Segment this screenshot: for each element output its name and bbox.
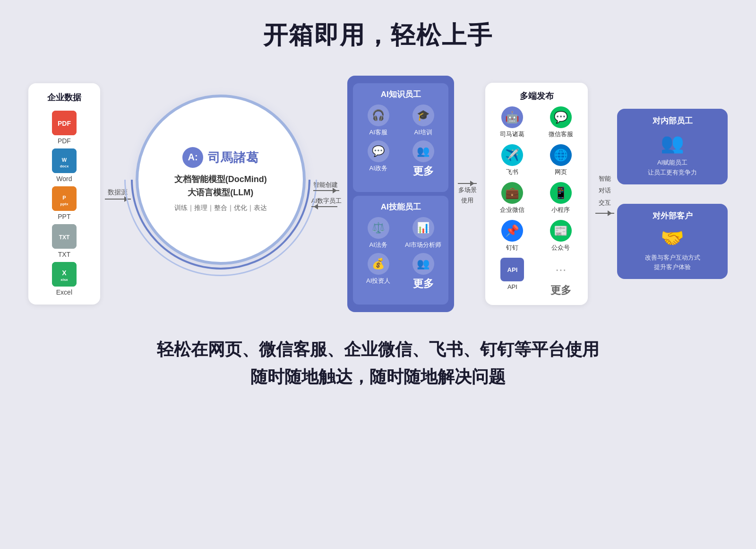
miniapp-label: 小程序 xyxy=(551,206,570,214)
internal-icon: 👥 xyxy=(624,132,721,154)
list-item: X xlsx Excel xyxy=(52,262,77,296)
word-icon: W docx xyxy=(52,148,77,173)
svg-point-13 xyxy=(182,147,203,168)
ai-more2-label: 更多 xyxy=(413,277,434,291)
more-label: 更多 xyxy=(550,283,571,297)
web-icon: 🌐 xyxy=(550,144,572,166)
list-item: P pptx PPT xyxy=(52,186,77,220)
gzh-label: 公众号 xyxy=(551,244,570,252)
svg-text:pptx: pptx xyxy=(60,202,68,206)
list-item: TXT TXT xyxy=(52,224,77,258)
multi-publish-panel: 多端发布 🤖 司马诸葛 💬 微信客服 ✈️ 飞书 🌐 网页 xyxy=(485,83,588,305)
txt-icon: TXT xyxy=(52,224,77,249)
external-customers-panel: 对外部客户 🤝 改善与客户互动方式 提升客户体验 xyxy=(617,204,728,279)
left-arrow xyxy=(311,206,337,207)
publish-item-miniapp: 📱 小程序 xyxy=(540,182,582,214)
excel-icon-svg: X xlsx xyxy=(52,262,77,287)
brand-name: 司馬諸葛 xyxy=(208,149,259,166)
ai-peixun-label: AI培训 xyxy=(414,128,432,137)
ai-analyst-label: AI市场分析师 xyxy=(405,241,441,249)
publish-item-api: API API xyxy=(491,258,533,297)
wechat-service-icon: 💬 xyxy=(550,106,572,128)
ai-investor-icon: 💰 xyxy=(368,253,389,275)
ppt-icon: P pptx xyxy=(52,186,77,211)
internal-title: 对内部员工 xyxy=(624,115,721,126)
ai-zhengwu-label: AI政务 xyxy=(369,164,387,173)
ai-workers-panel: AI知识员工 🎧 AI客服 🎓 AI培训 💬 AI政务 👥 更多 xyxy=(347,76,454,312)
api-icon: API xyxy=(500,258,524,281)
ai-item-fawu: ⚖️ AI法务 xyxy=(358,217,399,249)
external-desc: 改善与客户互动方式 提升客户体验 xyxy=(624,253,721,273)
brain-circle-wrapper: A: 司馬諸葛 文档智能模型(DocMind) 大语言模型(LLM) 训练｜推理… xyxy=(136,95,306,293)
diagram-area: 企业数据 PDF PDF W docx Word xyxy=(28,76,728,312)
txt-label: TXT xyxy=(58,251,70,258)
dingtalk-label: 钉钉 xyxy=(506,244,518,252)
svg-text:X: X xyxy=(62,269,67,277)
ai-zhengwu-icon: 💬 xyxy=(368,140,389,162)
right-arrow-2 xyxy=(313,190,339,191)
sima-icon: 🤖 xyxy=(501,106,523,128)
web-label: 网页 xyxy=(555,168,567,176)
brain-logo: A: 司馬諸葛 xyxy=(182,147,259,168)
ai-knowledge-section: AI知识员工 🎧 AI客服 🎓 AI培训 💬 AI政务 👥 更多 xyxy=(353,83,448,192)
svg-text:P: P xyxy=(62,195,66,200)
ai-more1-icon: 👥 xyxy=(412,140,434,162)
enterprise-data-title: 企业数据 xyxy=(47,92,81,103)
publish-item-feishu: ✈️ 飞书 xyxy=(491,144,533,176)
pdf-icon-svg: PDF xyxy=(52,111,77,135)
svg-text:PDF: PDF xyxy=(58,120,71,127)
ai-fawu-label: AI法务 xyxy=(369,241,387,249)
publish-item-gzh: 📰 公众号 xyxy=(540,220,582,252)
publish-item-web: 🌐 网页 xyxy=(540,144,582,176)
dialog-arrow-container xyxy=(595,213,614,214)
svg-text:W: W xyxy=(62,157,67,163)
arrow-item-1: 智能创建 xyxy=(313,181,339,191)
publish-grid: 🤖 司马诸葛 💬 微信客服 ✈️ 飞书 🌐 网页 💼 企业微信 xyxy=(491,106,582,297)
publish-item-wechat-service: 💬 微信客服 xyxy=(540,106,582,139)
ai-item-more1: 👥 更多 xyxy=(403,140,444,178)
publish-item-work-wechat: 💼 企业微信 xyxy=(491,182,533,214)
internal-desc2: 让员工更有竞争力 xyxy=(648,169,697,176)
txt-icon-svg: TXT xyxy=(52,224,77,249)
external-icon: 🤝 xyxy=(624,227,721,249)
ai-skill-section: AI技能员工 ⚖️ AI法务 📊 AI市场分析师 💰 AI投资人 👥 更多 xyxy=(353,196,448,305)
work-wechat-label: 企业微信 xyxy=(500,206,524,214)
multi-scene-label2: 使用 xyxy=(461,196,473,205)
ai-item-investor: 💰 AI投资人 xyxy=(358,253,399,291)
multi-publish-title: 多端发布 xyxy=(491,90,582,102)
ai-analyst-icon: 📊 xyxy=(412,217,434,239)
ai-item-kefu: 🎧 AI客服 xyxy=(358,105,399,137)
gzh-icon: 📰 xyxy=(550,220,572,242)
feishu-label: 飞书 xyxy=(506,168,518,176)
ai-kefu-icon: 🎧 xyxy=(368,105,389,126)
multi-scene-arrow: 多场景 使用 xyxy=(458,183,477,205)
ai-item-peixun: 🎓 AI培训 xyxy=(403,105,444,137)
pdf-label: PDF xyxy=(58,137,71,145)
more-icon: ··· xyxy=(549,258,573,281)
smart-dialog-label3: 交互 xyxy=(599,198,611,208)
bottom-line1: 轻松在网页、微信客服、企业微信、飞书、钉钉等平台使用 xyxy=(157,336,599,363)
scene-arrow-line xyxy=(458,183,477,184)
wechat-service-label: 微信客服 xyxy=(549,130,573,139)
excel-icon: X xlsx xyxy=(52,262,77,287)
internal-employees-panel: 对内部员工 👥 AI赋能员工 让员工更有竞争力 xyxy=(617,109,728,184)
dialog-arrow-line xyxy=(595,213,614,214)
work-wechat-icon: 💼 xyxy=(501,182,523,204)
publish-item-sima: 🤖 司马诸葛 xyxy=(491,106,533,139)
ai-fawu-icon: ⚖️ xyxy=(368,217,389,239)
ai-knowledge-grid: 🎧 AI客服 🎓 AI培训 💬 AI政务 👥 更多 xyxy=(358,105,444,178)
ai-peixun-icon: 🎓 xyxy=(412,105,434,126)
ppt-label: PPT xyxy=(58,213,70,220)
bottom-line2: 随时随地触达，随时随地解决问题 xyxy=(157,363,599,391)
brain-tags: 训练｜推理｜整合｜优化｜表达 xyxy=(174,204,267,212)
internal-desc1: AI赋能员工 xyxy=(657,159,687,166)
internal-desc: AI赋能员工 让员工更有竞争力 xyxy=(624,158,721,178)
ai-item-zhengwu: 💬 AI政务 xyxy=(358,140,399,178)
ai-item-more2: 👥 更多 xyxy=(403,253,444,291)
right-panels: 对内部员工 👥 AI赋能员工 让员工更有竞争力 对外部客户 🤝 改善与客户互动方… xyxy=(617,109,728,279)
svg-text:A:: A: xyxy=(188,152,198,162)
right-divider xyxy=(617,194,728,194)
svg-text:xlsx: xlsx xyxy=(60,278,68,282)
ppt-icon-svg: P pptx xyxy=(52,186,77,211)
ai-more1-label: 更多 xyxy=(413,164,434,178)
